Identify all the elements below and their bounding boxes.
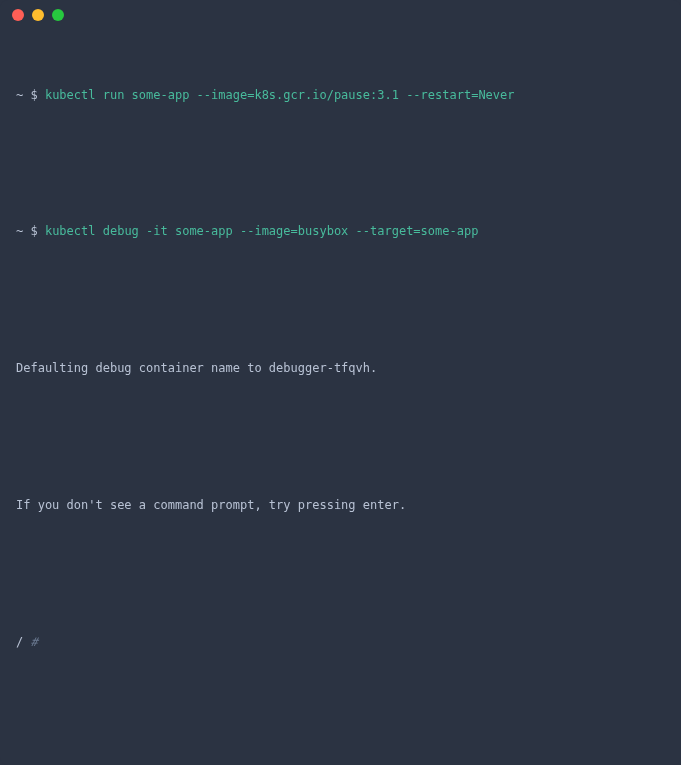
command-line: ~ $ kubectl run some-app --image=k8s.gcr… [16,84,665,107]
prompt: ~ $ [16,224,45,238]
command-text: kubectl debug -it some-app --image=busyb… [45,224,478,238]
command-text: kubectl run some-app --image=k8s.gcr.io/… [45,88,515,102]
maximize-icon[interactable] [52,9,64,21]
terminal-window: ~ $ kubectl run some-app --image=k8s.gcr… [0,0,681,765]
window-titlebar [0,0,681,30]
root-path: / [16,635,30,649]
command-line: ~ $ kubectl debug -it some-app --image=b… [16,220,665,243]
output-line: If you don't see a command prompt, try p… [16,494,665,517]
minimize-icon[interactable] [32,9,44,21]
prompt: ~ $ [16,88,45,102]
root-prompt-line: / # [16,631,665,654]
close-icon[interactable] [12,9,24,21]
output-line: Defaulting debug container name to debug… [16,357,665,380]
terminal-body[interactable]: ~ $ kubectl run some-app --image=k8s.gcr… [0,30,681,765]
root-hash: # [30,635,37,649]
